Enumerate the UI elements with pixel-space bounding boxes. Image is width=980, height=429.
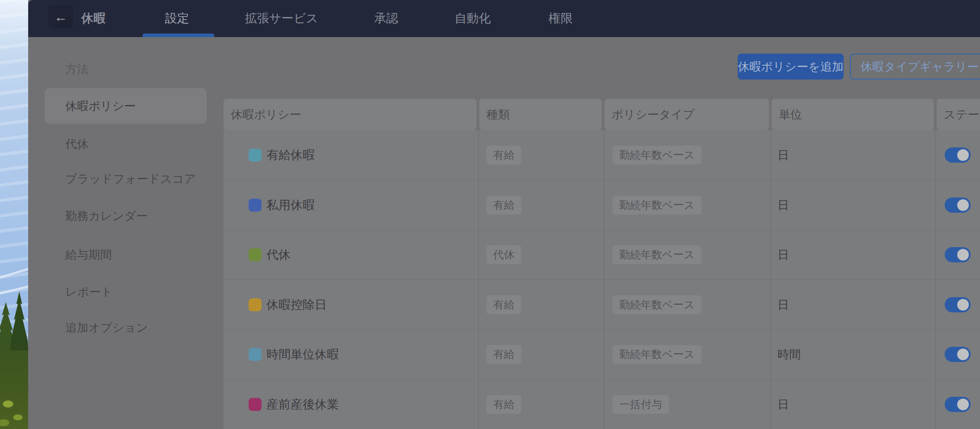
tab-extensions[interactable]: 拡張サービス: [245, 0, 318, 37]
active-tab-underline: [143, 34, 214, 37]
type-badge: 有給: [486, 295, 521, 314]
policy-color-chip: [249, 198, 262, 211]
policy-type-badge: 勤続年数ベース: [612, 146, 701, 164]
sidebar-item-extra-options[interactable]: 追加オプション: [65, 320, 148, 336]
desktop-wallpaper: [0, 0, 28, 429]
type-badge: 有給: [486, 395, 521, 414]
column-header-unit: 単位: [772, 99, 934, 130]
policy-name: 私用休暇: [266, 197, 315, 213]
table-row: 時間単位休暇 有給 勤続年数ベース 時間: [224, 329, 980, 379]
column-header-status: ステータス: [937, 99, 980, 130]
column-header-type: 種類: [479, 99, 602, 130]
tab-settings[interactable]: 設定: [165, 0, 189, 37]
table-row: 私用休暇 有給 勤続年数ベース 日: [224, 180, 980, 230]
sidebar-item-leave-policy[interactable]: 休暇ポリシー: [45, 88, 207, 124]
toggle-knob: [957, 199, 969, 211]
policy-name: 産前産後休業: [266, 396, 339, 412]
status-toggle[interactable]: [945, 198, 971, 213]
policy-color-chip: [249, 148, 262, 161]
policy-type-badge: 勤続年数ベース: [612, 345, 701, 364]
sidebar-item-comp-leave[interactable]: 代休: [65, 136, 89, 152]
sidebar-item-work-calendar[interactable]: 勤務カレンダー: [65, 208, 148, 224]
table-row: 代休 代休 勤続年数ベース 日: [224, 230, 980, 280]
toggle-knob: [957, 399, 969, 410]
toggle-knob: [957, 249, 969, 261]
type-badge: 有給: [486, 345, 521, 364]
column-header-leave-policy: 休暇ポリシー: [224, 99, 477, 130]
toggle-knob: [957, 299, 969, 311]
policy-name: 有給休暇: [266, 147, 315, 163]
toggle-knob: [957, 149, 969, 161]
status-toggle[interactable]: [945, 297, 971, 312]
status-toggle[interactable]: [945, 347, 971, 362]
tab-automation[interactable]: 自動化: [455, 0, 491, 37]
app-window: ← 休暇 設定 拡張サービス 承認 自動化 権限 方法 休暇ポリシー 代休 ブラ…: [28, 0, 980, 429]
sidebar-item-pay-period[interactable]: 給与期間: [65, 247, 112, 263]
policy-color-chip: [249, 298, 262, 311]
status-toggle[interactable]: [945, 397, 971, 412]
settings-content: 方法 休暇ポリシー 代休 ブラッドフォードスコア 勤務カレンダー 給与期間 レポ…: [28, 37, 980, 429]
top-navigation-bar: ← 休暇 設定 拡張サービス 承認 自動化 権限: [28, 0, 980, 37]
policy-type-badge: 勤続年数ベース: [612, 295, 701, 314]
leave-type-gallery-button[interactable]: 休暇タイプギャラリー: [850, 54, 980, 80]
tree-silhouette: [0, 350, 28, 429]
unit-value: 日: [777, 297, 789, 312]
status-toggle[interactable]: [945, 247, 971, 262]
policy-name: 時間単位休暇: [266, 346, 339, 362]
sidebar-item-report[interactable]: レポート: [65, 284, 113, 300]
unit-value: 時間: [777, 346, 801, 362]
policy-name: 休暇控除日: [266, 297, 327, 313]
sidebar-item-bradford-score[interactable]: ブラッドフォードスコア: [65, 171, 196, 187]
page-title: 休暇: [81, 0, 106, 37]
policy-type-badge: 勤続年数ベース: [612, 196, 701, 214]
type-badge: 有給: [486, 146, 521, 164]
type-badge: 有給: [486, 196, 521, 214]
unit-value: 日: [777, 197, 789, 213]
tab-approval[interactable]: 承認: [374, 0, 398, 37]
unit-value: 日: [777, 396, 789, 412]
back-button[interactable]: ←: [48, 6, 73, 28]
policy-color-chip: [249, 348, 262, 361]
contrail-streak: [0, 263, 28, 282]
type-badge: 代休: [486, 245, 521, 264]
policy-type-badge: 一括付与: [612, 395, 669, 414]
back-arrow-icon: ←: [54, 9, 68, 25]
toggle-knob: [957, 349, 969, 360]
policy-type-badge: 勤続年数ベース: [612, 245, 701, 264]
contrail-streak: [0, 282, 28, 299]
policy-color-chip: [249, 248, 262, 261]
policy-color-chip: [249, 398, 262, 411]
unit-value: 日: [777, 147, 789, 163]
table-row: 産前産後休業 有給 一括付与 日: [224, 379, 980, 429]
tab-permissions[interactable]: 権限: [549, 0, 573, 37]
table-row: 有給休暇 有給 勤続年数ベース 日: [224, 130, 980, 180]
policy-name: 代休: [266, 247, 291, 263]
unit-value: 日: [777, 247, 789, 262]
sidebar-item-label: 休暇ポリシー: [65, 98, 136, 114]
column-header-policy-type: ポリシータイプ: [604, 99, 769, 130]
add-leave-policy-button[interactable]: 休暇ポリシーを追加: [738, 54, 844, 80]
table-body: 有給休暇 有給 勤続年数ベース 日 私用休暇 有給 勤続年数ベース 日 代休 代…: [224, 130, 980, 429]
sidebar-item-method[interactable]: 方法: [65, 61, 89, 77]
table-row: 休暇控除日 有給 勤続年数ベース 日: [224, 280, 980, 330]
status-toggle[interactable]: [945, 147, 971, 163]
